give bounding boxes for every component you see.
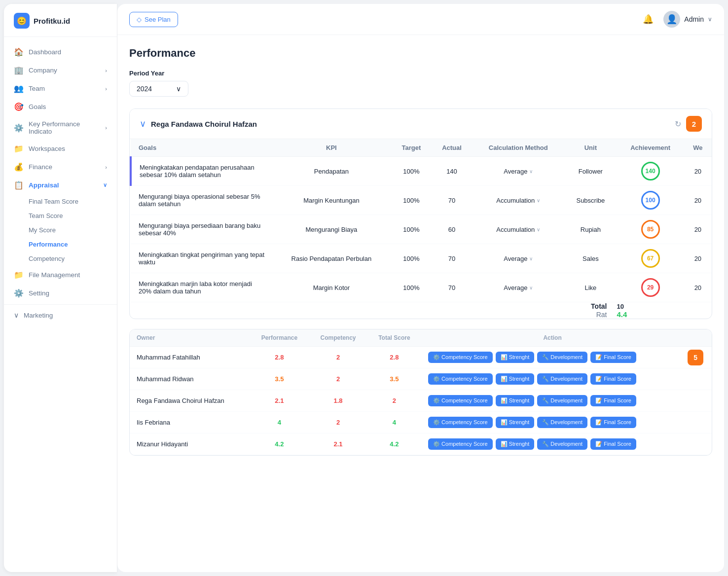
strength-button[interactable]: 📊 Strenght <box>496 373 535 385</box>
sidebar-item-finance[interactable]: 💰 Finance › <box>4 158 117 176</box>
sidebar-item-setting[interactable]: ⚙️ Setting <box>4 284 117 302</box>
final-score-button[interactable]: 📝 Final Score <box>590 438 636 450</box>
see-plan-button[interactable]: ◇ See Plan <box>129 12 178 27</box>
employee-score-badge: 2 <box>686 116 702 132</box>
main-area: ◇ See Plan 🔔 👤 Admin ∨ Performance Perio… <box>117 0 728 576</box>
bottom-section: Owner Performance Competency Total Score… <box>129 329 712 456</box>
sidebar-section-marketing[interactable]: ∨ Marketing <box>4 307 117 324</box>
competency-score-button[interactable]: ⚙️ Competency Score <box>428 395 493 406</box>
cell-actions: ⚙️ Competency Score 📊 Strenght 🔧 Develop… <box>421 368 684 390</box>
logo-area: 😊 Profitku.id <box>4 4 117 37</box>
cell-unit: Like <box>564 273 617 302</box>
employee-name: Rega Fandawa Choirul Hafzan <box>151 120 257 128</box>
sidebar-item-kpi[interactable]: ⚙️ Key Performance Indicato › <box>4 116 117 140</box>
goals-icon: 🎯 <box>14 102 24 111</box>
cell-empty <box>684 390 712 412</box>
cell-total-score: 2.8 <box>367 347 421 368</box>
list-item: Mizanur Hidayanti 4.2 2.1 4.2 ⚙️ Compete… <box>130 433 712 455</box>
rating-we <box>684 310 712 319</box>
cell-performance: 4 <box>250 412 309 433</box>
strength-button[interactable]: 📊 Strenght <box>496 352 535 363</box>
sidebar-item-label: Appraisal <box>29 181 59 189</box>
chevron-right-icon: › <box>105 164 107 170</box>
total-value: 10 <box>617 302 684 311</box>
admin-area[interactable]: 👤 Admin ∨ <box>663 11 712 28</box>
employee-header: ∨ Rega Fandawa Choirul Hafzan ↻ 2 <box>130 109 712 139</box>
rating-row: Rat 4.4 <box>131 310 712 319</box>
page-title: Performance <box>129 47 712 60</box>
chevron-right-icon: › <box>105 86 107 92</box>
cell-calc-method[interactable]: Average ∨ <box>472 273 564 302</box>
sidebar-item-dashboard[interactable]: 🏠 Dashboard <box>4 43 117 61</box>
cell-kpi: Rasio Pendapatan Perbulan <box>272 244 391 273</box>
cell-achievement: 140 <box>617 157 684 186</box>
cell-goal: Mengurangi biaya persediaan barang baku … <box>131 215 272 244</box>
notification-button[interactable]: 🔔 <box>639 12 657 27</box>
sidebar-item-appraisal[interactable]: 📋 Appraisal ∨ <box>4 176 117 194</box>
diamond-icon: ◇ <box>137 16 142 23</box>
col-unit: Unit <box>564 139 617 157</box>
col-competency: Competency <box>309 329 367 347</box>
competency-score-button[interactable]: ⚙️ Competency Score <box>428 417 493 428</box>
cell-target: 100% <box>391 186 432 215</box>
header: ◇ See Plan 🔔 👤 Admin ∨ <box>117 4 724 35</box>
sidebar-item-team-score[interactable]: Team Score <box>29 209 117 223</box>
development-button[interactable]: 🔧 Development <box>537 395 587 406</box>
strength-button[interactable]: 📊 Strenght <box>496 395 535 406</box>
final-score-button[interactable]: 📝 Final Score <box>590 373 636 385</box>
development-button[interactable]: 🔧 Development <box>537 352 587 363</box>
list-item: Muhammad Ridwan 3.5 2 3.5 ⚙️ Competency … <box>130 368 712 390</box>
sidebar-item-team[interactable]: 👥 Team › <box>4 79 117 98</box>
workspaces-icon: 📁 <box>14 144 24 153</box>
cell-target: 100% <box>391 244 432 273</box>
cell-kpi: Mengurangi Biaya <box>272 215 391 244</box>
competency-score-button[interactable]: ⚙️ Competency Score <box>428 373 493 385</box>
table-header-row: Goals KPI Target Actual Calculation Meth… <box>131 139 712 157</box>
sidebar-item-final-team-score[interactable]: Final Team Score <box>29 194 117 209</box>
cell-empty <box>684 412 712 433</box>
cell-total-score: 4.2 <box>367 433 421 455</box>
competency-score-button[interactable]: ⚙️ Competency Score <box>428 352 493 363</box>
table-row: Meningkatkan tingkat pengiriman yang tep… <box>131 244 712 273</box>
cell-total-score: 2 <box>367 390 421 412</box>
final-score-button[interactable]: 📝 Final Score <box>590 417 636 428</box>
period-year-select[interactable]: 2024 ∨ <box>129 81 188 97</box>
development-button[interactable]: 🔧 Development <box>537 438 587 450</box>
competency-score-button[interactable]: ⚙️ Competency Score <box>428 438 493 450</box>
development-button[interactable]: 🔧 Development <box>537 373 587 385</box>
period-year-label: Period Year <box>129 70 712 77</box>
sidebar-item-my-score[interactable]: My Score <box>29 223 117 237</box>
sidebar-item-competency[interactable]: Competency <box>29 252 117 266</box>
cell-calc-method[interactable]: Accumulation ∨ <box>472 186 564 215</box>
sidebar-item-company[interactable]: 🏢 Company › <box>4 61 117 79</box>
cell-calc-method[interactable]: Average ∨ <box>472 157 564 186</box>
sidebar-item-file-management[interactable]: 📁 File Management <box>4 266 117 284</box>
cell-actions: ⚙️ Competency Score 📊 Strenght 🔧 Develop… <box>421 347 684 368</box>
list-item: Rega Fandawa Choirul Hafzan 2.1 1.8 2 ⚙️… <box>130 390 712 412</box>
strength-button[interactable]: 📊 Strenght <box>496 417 535 428</box>
cell-competency: 2 <box>309 368 367 390</box>
sidebar-item-performance[interactable]: Performance <box>29 237 117 252</box>
cell-calc-method[interactable]: Accumulation ∨ <box>472 215 564 244</box>
sidebar-item-label: Company <box>29 67 57 74</box>
admin-label: Admin <box>684 15 704 23</box>
sidebar-item-label: Goals <box>29 103 46 110</box>
cell-empty <box>684 433 712 455</box>
final-score-button[interactable]: 📝 Final Score <box>590 352 636 363</box>
refresh-button[interactable]: ↻ <box>675 119 681 129</box>
cell-owner: Rega Fandawa Choirul Hafzan <box>130 390 250 412</box>
strength-button[interactable]: 📊 Strenght <box>496 438 535 450</box>
cell-unit: Follower <box>564 157 617 186</box>
cell-we: 20 <box>684 273 712 302</box>
sidebar-item-goals[interactable]: 🎯 Goals <box>4 98 117 116</box>
final-score-button[interactable]: 📝 Final Score <box>590 395 636 406</box>
cell-target: 100% <box>391 215 432 244</box>
col-target: Target <box>391 139 432 157</box>
sidebar-item-workspaces[interactable]: 📁 Workspaces <box>4 140 117 158</box>
development-button[interactable]: 🔧 Development <box>537 417 587 428</box>
col-calc-method: Calculation Method <box>472 139 564 157</box>
cell-calc-method[interactable]: Average ∨ <box>472 244 564 273</box>
col-extra <box>684 329 712 347</box>
home-icon: 🏠 <box>14 47 24 57</box>
table-row: Meningkatakan pendapatan perusahaan sebe… <box>131 157 712 186</box>
